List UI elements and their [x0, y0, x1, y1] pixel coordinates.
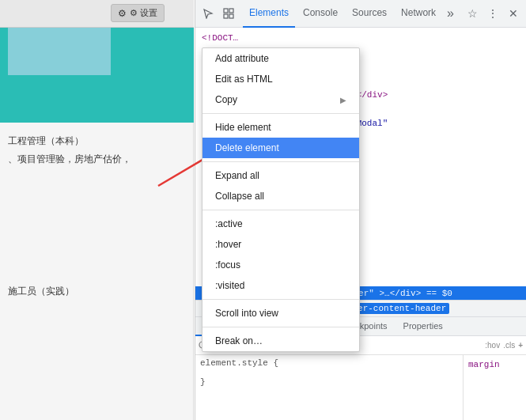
ctx-visited[interactable]: :visited: [202, 275, 359, 296]
page-content: 工程管理（本科） 、项目管理验，房地产估价，: [0, 127, 194, 179]
ctx-scroll-into-view[interactable]: Scroll into view: [202, 303, 359, 324]
svg-rect-2: [224, 9, 228, 13]
inspect-icon[interactable]: [219, 4, 238, 23]
tab-network[interactable]: Network: [395, 0, 442, 28]
styles-content: element.style { } margin: [195, 355, 526, 420]
toolbar-right: ☆ ⋮ ✕: [463, 4, 523, 23]
ctx-focus[interactable]: :focus: [202, 255, 359, 275]
ctx-add-attribute[interactable]: Add attribute: [202, 48, 359, 69]
svg-rect-4: [224, 14, 228, 18]
star-icon[interactable]: ☆: [463, 4, 482, 23]
ctx-separator-5: [202, 327, 359, 327]
ctx-expand-all[interactable]: Expand all: [202, 165, 359, 186]
ctx-edit-html[interactable]: Edit as HTML: [202, 69, 359, 89]
tab-properties[interactable]: Properties: [395, 317, 451, 336]
ctx-delete-element[interactable]: Delete element: [202, 138, 359, 158]
page-text-2: 、项目管理验，房地产估价，: [8, 153, 186, 166]
ctx-separator-3: [202, 210, 359, 210]
ctx-separator-1: [202, 113, 359, 114]
cursor-icon[interactable]: [199, 4, 218, 23]
dom-line: <!DOCT…: [195, 31, 526, 45]
ctx-hover[interactable]: :hover: [202, 234, 359, 255]
close-icon[interactable]: ✕: [504, 4, 523, 23]
ctx-collapse-all[interactable]: Collapse all: [202, 186, 359, 206]
margin-property: margin: [468, 358, 521, 371]
element-style-label: element.style {: [200, 358, 458, 368]
kebab-menu-icon[interactable]: ⋮: [483, 4, 502, 23]
tab-sources[interactable]: Sources: [346, 0, 393, 28]
ctx-active[interactable]: :active: [202, 214, 359, 234]
page-text-1: 工程管理（本科）: [8, 134, 186, 148]
ctx-copy[interactable]: Copy ▶: [202, 89, 359, 110]
ctx-hide-element[interactable]: Hide element: [202, 117, 359, 138]
settings-button[interactable]: ⚙ ⚙ 设置: [111, 4, 165, 22]
hover-pseudo-button[interactable]: :hov: [485, 341, 500, 350]
element-style-content: [200, 368, 458, 377]
page-text-4: 施工员（实践）: [8, 285, 74, 298]
copy-arrow-icon: ▶: [340, 96, 346, 104]
devtools-toolbar: Elements Console Sources Network » ☆ ⋮ ✕: [195, 0, 526, 28]
light-blue-box: [8, 28, 111, 75]
svg-rect-3: [229, 9, 233, 13]
page-text-bottom: 施工员（实践）: [8, 285, 74, 303]
styles-left: element.style { }: [195, 355, 463, 420]
page-header: [0, 0, 194, 28]
styles-right: margin: [463, 355, 526, 420]
gear-icon: ⚙: [118, 8, 127, 19]
more-tabs-button[interactable]: »: [444, 6, 457, 21]
cls-button[interactable]: .cls: [503, 341, 515, 350]
add-style-button[interactable]: +: [518, 341, 523, 350]
svg-rect-5: [229, 14, 233, 18]
tab-console[interactable]: Console: [297, 0, 344, 28]
ctx-break-on[interactable]: Break on…: [202, 331, 359, 351]
tab-elements[interactable]: Elements: [243, 0, 295, 28]
element-style-close: }: [200, 377, 458, 387]
context-menu: Add attribute Edit as HTML Copy ▶ Hide e…: [202, 47, 360, 352]
ctx-separator-2: [202, 161, 359, 162]
devtools-tabs: Elements Console Sources Network »: [243, 0, 461, 28]
devtools-panel: Elements Console Sources Network » ☆ ⋮ ✕…: [195, 0, 526, 420]
ctx-separator-4: [202, 299, 359, 300]
